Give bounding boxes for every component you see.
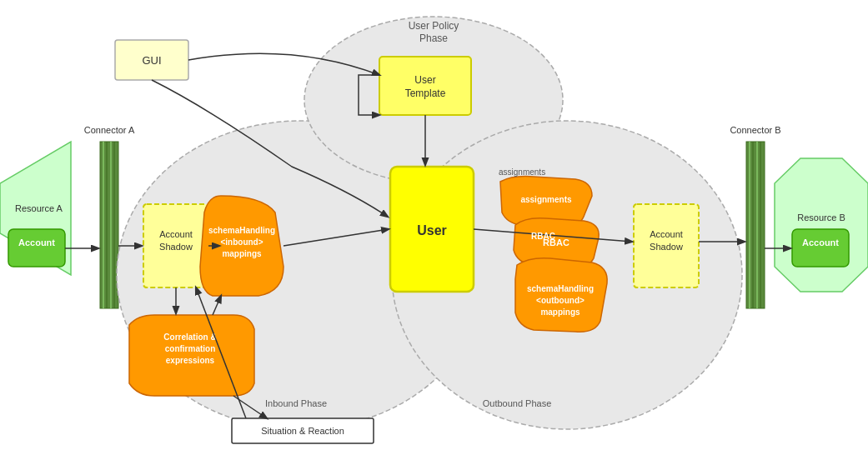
svg-rect-49 bbox=[792, 229, 849, 267]
svg-text:mappings: mappings bbox=[540, 308, 580, 317]
account-a: Account bbox=[8, 229, 65, 267]
correlation-expressions: Correlation & confirmation expressions bbox=[129, 315, 254, 396]
account-shadow-b: Account Shadow bbox=[634, 204, 699, 288]
svg-text:schemaHandling: schemaHandling bbox=[527, 284, 594, 293]
account-b: Account bbox=[792, 229, 849, 267]
account-shadow-a: Account Shadow bbox=[143, 204, 208, 288]
svg-marker-47 bbox=[775, 158, 868, 292]
svg-text:Connector A: Connector A bbox=[84, 125, 135, 135]
schema-handling-outbound: schemaHandling <outbound> mappings bbox=[515, 258, 607, 332]
svg-text:Account: Account bbox=[650, 229, 683, 239]
situation-reaction-box: Situation & Reaction bbox=[232, 418, 374, 443]
svg-text:GUI: GUI bbox=[142, 54, 161, 67]
svg-text:assignments: assignments bbox=[520, 195, 572, 204]
svg-text:Connector B: Connector B bbox=[730, 125, 780, 135]
svg-text:Shadow: Shadow bbox=[159, 242, 193, 252]
resource-b: Resource B bbox=[775, 158, 868, 292]
svg-text:User Policy: User Policy bbox=[409, 20, 459, 32]
gui-box: GUI bbox=[115, 40, 188, 80]
user-box: User bbox=[390, 167, 474, 292]
svg-rect-2 bbox=[8, 229, 65, 267]
svg-text:Correlation &: Correlation & bbox=[163, 332, 216, 342]
svg-text:Resource B: Resource B bbox=[797, 212, 845, 222]
svg-text:Account: Account bbox=[159, 229, 193, 239]
svg-text:expressions: expressions bbox=[166, 356, 215, 365]
svg-text:schemaHandling: schemaHandling bbox=[208, 226, 275, 235]
svg-text:Template: Template bbox=[405, 88, 446, 99]
svg-text:Shadow: Shadow bbox=[650, 242, 683, 252]
svg-text:User: User bbox=[417, 223, 447, 238]
svg-text:User: User bbox=[414, 74, 435, 86]
svg-text:<outbound>: <outbound> bbox=[536, 296, 585, 305]
svg-text:confirmation: confirmation bbox=[165, 344, 216, 353]
svg-text:Account: Account bbox=[802, 238, 839, 248]
svg-text:Phase: Phase bbox=[419, 32, 448, 44]
assignments-label: assignments bbox=[499, 168, 545, 177]
svg-text:mappings: mappings bbox=[222, 249, 262, 258]
svg-rect-17 bbox=[379, 57, 471, 115]
inbound-phase-label: Inbound Phase bbox=[265, 398, 327, 408]
svg-text:Situation & Reaction: Situation & Reaction bbox=[261, 426, 344, 436]
svg-text:Account: Account bbox=[18, 238, 55, 248]
svg-text:RBAC: RBAC bbox=[531, 232, 555, 241]
svg-text:Resource A: Resource A bbox=[15, 203, 63, 213]
user-template-box: User Template bbox=[379, 57, 471, 115]
outbound-phase-label: Outbound Phase bbox=[483, 398, 552, 408]
svg-text:<inbound>: <inbound> bbox=[220, 238, 263, 247]
